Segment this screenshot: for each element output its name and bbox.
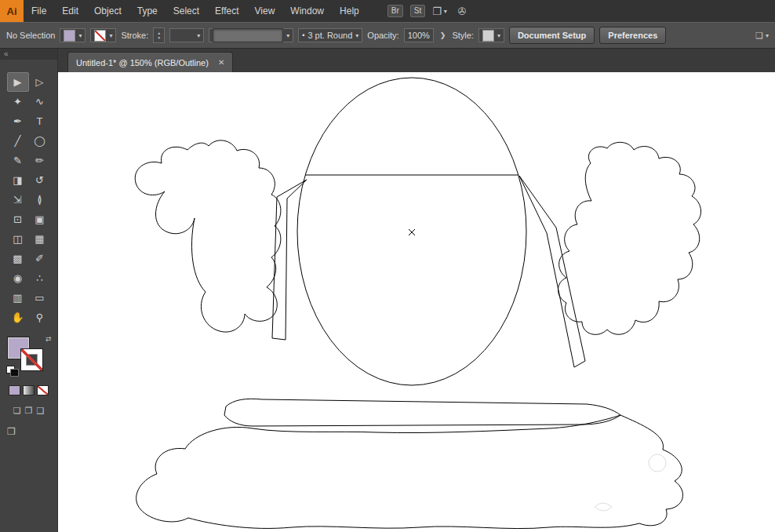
mesh-tool[interactable]: ▦: [29, 229, 51, 249]
variable-width-profile-select[interactable]: ▾: [209, 28, 293, 42]
chevron-down-icon: ▾: [78, 32, 82, 39]
default-fill-stroke-icon[interactable]: [6, 366, 18, 376]
column-graph-tool[interactable]: ▥: [7, 288, 29, 308]
stroke-label: Stroke:: [121, 31, 148, 40]
fill-swatch-icon: [64, 30, 75, 42]
direct-selection-tool[interactable]: ▷: [29, 72, 51, 92]
pen-tool[interactable]: ✒: [7, 111, 29, 131]
bridge-button[interactable]: Br: [388, 5, 403, 17]
rotate-tool[interactable]: ↺: [29, 170, 51, 190]
preferences-button[interactable]: Preferences: [599, 27, 666, 44]
stock-button[interactable]: St: [410, 5, 425, 17]
document-tab-title: Untitled-1* @ 150% (RGB/Outline): [76, 58, 209, 67]
artwork-ground[interactable]: [136, 415, 683, 529]
scale-tool[interactable]: ⇲: [7, 190, 29, 210]
artwork-left-strip[interactable]: [272, 180, 307, 340]
magic-wand-tool[interactable]: ✦: [7, 92, 29, 111]
brush-dot-icon: •: [302, 31, 304, 39]
chevron-down-icon: ▾: [197, 32, 200, 39]
workspace-switcher[interactable]: ❐ ▾: [432, 5, 447, 17]
type-tool[interactable]: T: [29, 111, 51, 131]
draw-behind-icon[interactable]: ❐: [25, 406, 33, 416]
blend-tool[interactable]: ◉: [7, 268, 29, 288]
paintbrush-tool[interactable]: ✎: [7, 151, 29, 170]
artwork-right-arm[interactable]: [559, 142, 701, 334]
artboard-canvas[interactable]: [58, 72, 775, 532]
opacity-input[interactable]: 100%: [404, 28, 434, 42]
menu-type[interactable]: Type: [129, 0, 166, 22]
swap-fill-stroke-icon[interactable]: ⇄: [45, 335, 52, 343]
center-marker-icon: [409, 229, 415, 235]
stepper-down-icon: ▼: [157, 35, 161, 41]
style-select[interactable]: ▾: [478, 28, 504, 42]
selection-tool[interactable]: ▶: [7, 72, 29, 92]
document-setup-button[interactable]: Document Setup: [509, 27, 595, 44]
watermark-marks: [595, 454, 666, 511]
gradient-tool[interactable]: ▩: [7, 249, 29, 268]
eyedropper-tool[interactable]: ✐: [29, 249, 51, 268]
cs-live-button[interactable]: ✇: [458, 5, 467, 17]
selection-status: No Selection: [6, 31, 55, 40]
line-segment-tool[interactable]: ╱: [7, 131, 29, 151]
stroke-color-picker[interactable]: ▾: [90, 28, 116, 42]
stroke-weight-stepper[interactable]: ▲ ▼: [153, 27, 165, 43]
arrange-options-button[interactable]: ❏ ▾: [755, 31, 769, 41]
menu-effect[interactable]: Effect: [207, 0, 246, 22]
tools-panel: « ▶ ▷ ✦ ∿ ✒ T ╱ ◯ ✎ ✏ ◨ ↺ ⇲ ≬ ⊡ ▣ ◫ ▦ ▩ …: [0, 49, 58, 532]
width-profile-preview: [213, 28, 283, 42]
menu-file[interactable]: File: [24, 0, 54, 22]
menu-select[interactable]: Select: [166, 0, 207, 22]
none-button[interactable]: [37, 385, 49, 395]
gradient-button[interactable]: [23, 385, 35, 395]
draw-normal-icon[interactable]: ❏: [13, 406, 21, 416]
ellipse-tool[interactable]: ◯: [29, 131, 51, 151]
shape-builder-tool[interactable]: ▣: [29, 210, 51, 229]
artwork-svg: [58, 72, 775, 532]
menu-edit[interactable]: Edit: [54, 0, 86, 22]
menubar: Ai File Edit Object Type Select Effect V…: [0, 0, 775, 22]
tools-panel-header[interactable]: «: [0, 49, 57, 60]
perspective-grid-tool[interactable]: ◫: [7, 229, 29, 249]
chevron-down-icon: ▾: [355, 32, 358, 39]
zoom-tool[interactable]: ⚲: [29, 308, 51, 327]
drawing-mode-buttons: ❏ ❐ ❑: [0, 406, 57, 416]
menu-window[interactable]: Window: [282, 0, 332, 22]
chevron-down-icon: ▾: [766, 32, 769, 39]
eraser-tool[interactable]: ◨: [7, 170, 29, 190]
artwork-ellipse[interactable]: [297, 78, 526, 385]
opacity-panel-arrow-icon[interactable]: ❯: [438, 31, 448, 39]
free-transform-tool[interactable]: ⊡: [7, 210, 29, 229]
width-tool[interactable]: ≬: [29, 190, 51, 210]
symbol-sprayer-tool[interactable]: ∴: [29, 268, 51, 288]
draw-inside-icon[interactable]: ❑: [36, 406, 44, 416]
chevron-down-icon: ▾: [497, 32, 500, 39]
arrange-icon: ❏: [755, 31, 763, 41]
color-button[interactable]: [9, 385, 20, 395]
artboard-tool[interactable]: ▭: [29, 288, 51, 308]
menu-view[interactable]: View: [247, 0, 283, 22]
stroke-weight-select[interactable]: ▾: [169, 28, 204, 42]
menu-object[interactable]: Object: [86, 0, 129, 22]
default-stroke-mini: [10, 369, 19, 377]
stroke-none-swatch-icon: [94, 30, 106, 42]
lasso-tool[interactable]: ∿: [29, 92, 51, 111]
stroke-swatch-none[interactable]: [20, 348, 43, 371]
artwork-left-arm[interactable]: [135, 140, 281, 332]
color-type-buttons: [0, 385, 57, 395]
document-tab[interactable]: Untitled-1* @ 150% (RGB/Outline) ✕: [67, 52, 233, 72]
close-icon[interactable]: ✕: [218, 58, 224, 67]
brush-name: 3 pt. Round: [307, 31, 352, 40]
pencil-tool[interactable]: ✏: [29, 151, 51, 170]
opacity-label: Opacity:: [367, 31, 398, 40]
tools-grid: ▶ ▷ ✦ ∿ ✒ T ╱ ◯ ✎ ✏ ◨ ↺ ⇲ ≬ ⊡ ▣ ◫ ▦ ▩ ✐ …: [0, 72, 57, 327]
style-swatch-icon: [482, 30, 494, 42]
screen-mode-icon[interactable]: ❐: [7, 426, 16, 437]
hand-tool[interactable]: ✋: [7, 308, 29, 327]
opacity-value: 100%: [408, 31, 430, 40]
menu-help[interactable]: Help: [332, 0, 367, 22]
brush-definition-select[interactable]: • 3 pt. Round ▾: [298, 28, 362, 42]
chevron-down-icon: ▾: [286, 32, 289, 39]
fill-color-picker[interactable]: ▾: [60, 28, 86, 42]
artwork-right-strip[interactable]: [519, 176, 585, 367]
artwork-base-board[interactable]: [224, 399, 620, 426]
